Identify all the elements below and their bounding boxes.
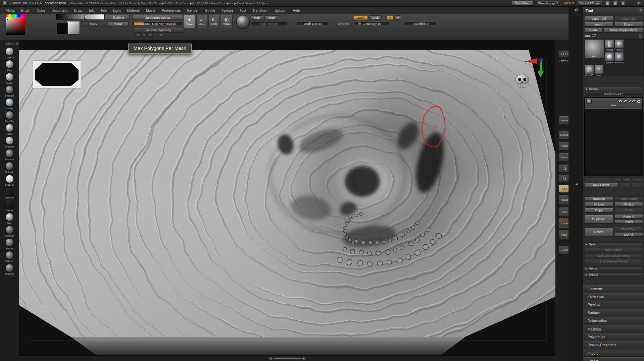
menu-stroke[interactable]: Stroke: [205, 8, 215, 12]
clone-button[interactable]: Clone: [584, 27, 603, 32]
symmetry-r-toggle[interactable]: R: [158, 33, 163, 37]
menu-file[interactable]: File: [101, 8, 107, 12]
grid-view-icon[interactable]: ▦: [613, 1, 618, 6]
dock-item-inflate[interactable]: Inflate: [0, 98, 19, 111]
split-hidden-button[interactable]: Split Hidden: [584, 248, 643, 252]
make-polymesh3d-button[interactable]: Make PolyMesh3D: [604, 27, 643, 32]
zadd-button[interactable]: Zadd: [353, 15, 368, 20]
subtool-list[interactable]: raw: [584, 97, 643, 176]
auto-reorder-button[interactable]: AutoReorder: [614, 196, 643, 201]
dock-item-snakehook[interactable]: SnakeH: [0, 85, 19, 98]
menu-draw[interactable]: Draw: [74, 8, 82, 12]
paste-tool-button[interactable]: Paste Tool: [614, 16, 643, 21]
scroll-grip[interactable]: [274, 357, 301, 360]
menu-texture[interactable]: Texture: [221, 8, 233, 12]
secondary-color-swatch[interactable]: [66, 21, 80, 35]
import-button[interactable]: Import: [584, 22, 613, 26]
material-preview-sphere[interactable]: [236, 15, 250, 28]
scroll-right-icon[interactable]: ▶: [302, 357, 306, 360]
ramp-marker[interactable]: [84, 15, 86, 19]
move-mode-button[interactable]: ↔ ↕ Move: [196, 15, 207, 28]
insert-button[interactable]: Insert: [614, 220, 643, 224]
menu-render[interactable]: Render: [187, 8, 199, 12]
dock-item-paint[interactable]: Paint: [0, 124, 19, 136]
back-button[interactable]: Back: [81, 21, 106, 26]
del-other-button[interactable]: Del Other: [614, 227, 643, 231]
section-surface[interactable]: Surface: [583, 309, 644, 316]
menu-document[interactable]: Document: [51, 8, 67, 12]
dock-item-claybuildup[interactable]: ClayBui: [0, 47, 19, 60]
all-low-button[interactable]: All Low: [584, 202, 613, 206]
symmetry-y-toggle[interactable]: Y: [142, 33, 147, 37]
all-high-button[interactable]: All High: [614, 202, 643, 206]
fill-object-button[interactable]: FillObject: [105, 15, 130, 20]
anchor-a-toggle[interactable]: A: [387, 15, 393, 20]
draw-size-slider[interactable]: Draw Size 64: [297, 21, 329, 26]
clear-button[interactable]: Clear: [108, 21, 129, 26]
export-button[interactable]: Export: [614, 22, 643, 26]
focal-shift-slider[interactable]: Focal Shift 0: [404, 21, 436, 26]
section-display-properties[interactable]: Display Properties: [583, 341, 644, 348]
section-thick-skin[interactable]: Thick Skin: [583, 293, 644, 300]
dock-item-move[interactable]: Move: [0, 73, 19, 85]
append-button[interactable]: Append: [614, 214, 643, 218]
tool-thumb-cube[interactable]: [585, 65, 594, 74]
primary-color-swatch[interactable]: [56, 22, 68, 35]
dock-item-material-blinn[interactable]: Blinn: [0, 213, 19, 226]
folder-misc-button[interactable]: [619, 183, 630, 187]
menu-alpha[interactable]: Alpha: [6, 8, 15, 12]
subtool-copy-button[interactable]: Copy: [584, 208, 613, 212]
menu-preferences[interactable]: Preferences: [162, 8, 181, 12]
quicksave-button[interactable]: QuickSave: [512, 1, 533, 5]
tray-collapse-arrow[interactable]: ◀: [575, 182, 578, 186]
menu-material[interactable]: Material: [127, 8, 140, 12]
dock-item-imm-model[interactable]: IMM M: [0, 238, 19, 251]
section-geometry[interactable]: Geometry: [583, 285, 644, 292]
polypaint-brush-icon[interactable]: [628, 100, 631, 103]
split-masked-button[interactable]: Split Masked Points: [584, 259, 643, 263]
lightbox-toggle-icon[interactable]: ◧: [605, 1, 610, 6]
folder-misc-button[interactable]: [632, 183, 643, 187]
tool-thumb-pm3d[interactable]: [615, 52, 624, 61]
uv-ring-icon[interactable]: [637, 100, 640, 103]
section-deformation[interactable]: Deformation: [583, 317, 644, 324]
copy-tool-button[interactable]: Copy Tool: [584, 16, 613, 21]
section-preview[interactable]: Preview: [583, 301, 644, 308]
visibility-eye-icon[interactable]: [624, 100, 628, 103]
z-intensity-knob[interactable]: [358, 22, 361, 25]
section-export[interactable]: Export: [583, 357, 644, 361]
polypaint-eye-icon[interactable]: [632, 100, 636, 103]
subtool-paste-button[interactable]: Paste: [614, 208, 643, 212]
menu-zplugin[interactable]: Zplugin: [275, 8, 286, 12]
lightbox-projects-button[interactable]: Lightbox▶Projects: [132, 15, 183, 20]
tool-thumb-sphere[interactable]: [605, 52, 614, 61]
zsub-button[interactable]: Zsub: [369, 15, 382, 20]
scale-mode-button[interactable]: S Scale: [208, 15, 219, 28]
document-thumbnail[interactable]: [33, 61, 81, 88]
dynamic-label[interactable]: Dynamic: [338, 22, 349, 25]
dock-item-clay[interactable]: Clay: [0, 60, 19, 73]
subtool-section-header[interactable]: ▼ Subtool: [584, 87, 644, 91]
menu-help[interactable]: Help: [293, 8, 300, 12]
rotate-mode-button[interactable]: R Rotate: [221, 15, 233, 28]
subtool-item-selected[interactable]: raw: [585, 98, 642, 109]
subtool-list-misc-button[interactable]: [633, 177, 643, 181]
mrgb-button[interactable]: Mrgb: [264, 15, 278, 20]
saturation-square[interactable]: [6, 17, 25, 35]
dock-item-damstandard[interactable]: DamSta: [0, 111, 19, 124]
split-unmasked-button[interactable]: Split Unmasked Points: [584, 253, 643, 257]
activate-symmetry-button[interactable]: Activate Symmetry: [134, 28, 184, 32]
section-import[interactable]: Import: [583, 350, 644, 357]
dock-item-smooth[interactable]: Smooth: [0, 136, 19, 149]
dock-item-freehand-stroke[interactable]: FreeHa: [0, 175, 19, 187]
menu-brush[interactable]: Brush: [21, 8, 30, 12]
menu-edit[interactable]: Edit: [89, 8, 95, 12]
rgb-button[interactable]: Rgb: [251, 15, 263, 20]
max-poly-per-mesh-slider[interactable]: 3.27085 MaxPolyPerMesh: [132, 21, 183, 26]
section-masking[interactable]: Masking: [583, 325, 644, 333]
visible-count-slider[interactable]: Visible Count 6: [584, 92, 643, 96]
hue-strip[interactable]: [6, 14, 25, 17]
active-tool-thumbnail[interactable]: raw: [585, 40, 604, 58]
subtool-down-button[interactable]: ▼: [623, 177, 632, 181]
draw-mode-button[interactable]: + Draw: [184, 15, 195, 28]
